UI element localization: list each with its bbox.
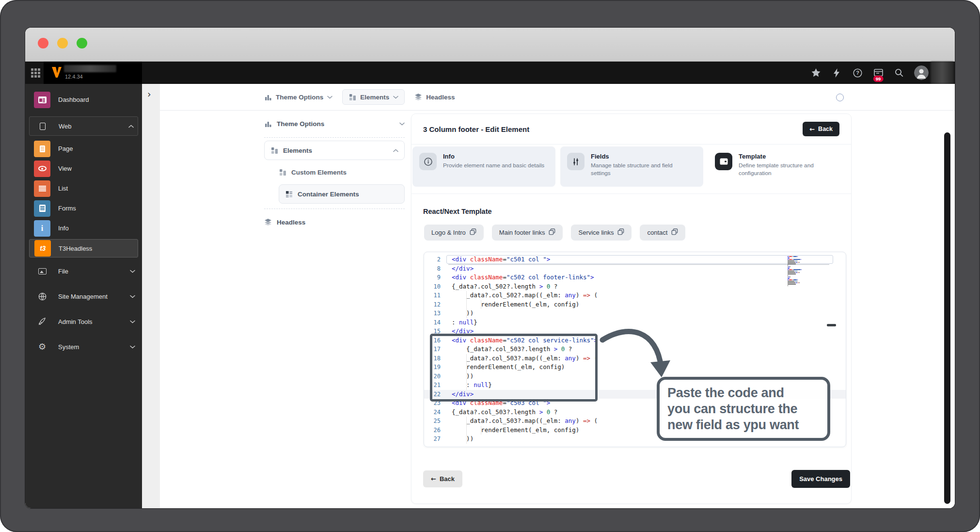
sidebar-item-file[interactable]: File xyxy=(25,258,142,284)
save-changes-button[interactable]: Save Changes xyxy=(791,470,850,488)
indent-guide xyxy=(466,309,467,318)
code-text: </div> xyxy=(448,264,474,274)
code-text: </div> xyxy=(448,390,474,399)
arrow-left-icon: ← xyxy=(431,476,436,482)
loading-spinner xyxy=(836,94,844,101)
sidebar-item-admin-tools[interactable]: Admin Tools xyxy=(25,309,142,334)
tree-label: Elements xyxy=(283,147,388,154)
tree-item-headless[interactable]: Headless xyxy=(264,212,405,232)
sidebar-item-label: Web xyxy=(59,123,128,130)
sidebar-item-system[interactable]: ⚙System xyxy=(25,334,142,359)
line-number: 21 xyxy=(424,381,448,390)
indent-guide xyxy=(466,381,467,390)
info-icon: i xyxy=(34,220,50,237)
user-avatar[interactable] xyxy=(914,65,929,80)
step-fields[interactable]: Fields Manage table structure and field … xyxy=(560,146,703,187)
editor-scrollbar-marker[interactable] xyxy=(827,324,836,326)
code-line-16: 16<div className="c502 col service-links… xyxy=(424,336,846,345)
sidebar-item-view[interactable]: View xyxy=(25,159,142,178)
step-info[interactable]: Info Provide element name and basic deta… xyxy=(412,146,555,187)
breadcrumb-elements[interactable]: Elements xyxy=(342,89,405,105)
field-chip-main-footer-links[interactable]: Main footer links xyxy=(492,225,563,241)
field-chip-service-links[interactable]: Service links xyxy=(571,225,632,241)
sidebar-item-info[interactable]: iInfo xyxy=(25,218,142,238)
line-number: 26 xyxy=(424,426,448,435)
system-information-icon[interactable]: 99 xyxy=(872,65,884,80)
sidebar-item-page[interactable]: Page xyxy=(25,139,142,159)
code-text: _data?.col_503?.map((_elm: any) => ( xyxy=(448,417,598,426)
expand-chevron-icon: › xyxy=(147,89,151,99)
rocket-icon xyxy=(34,313,50,330)
copy-icon xyxy=(617,228,624,237)
sidebar-item-t3headless[interactable]: t3T3Headless xyxy=(29,239,138,258)
app-window: 12.4.34 ? 99 xyxy=(25,28,955,508)
back-button-bottom[interactable]: ← Back xyxy=(423,470,462,487)
sidebar-item-dashboard[interactable]: Dashboard xyxy=(25,90,142,110)
code-line-8: 8</div> xyxy=(424,264,846,274)
chevron-down-icon xyxy=(399,122,405,126)
clear-cache-bolt-icon[interactable] xyxy=(831,65,842,80)
tree-label: Headless xyxy=(277,219,405,226)
bookmark-star-icon[interactable] xyxy=(810,65,822,80)
doc-header: Theme Options Elements H xyxy=(160,84,955,111)
window-titlebar xyxy=(25,28,955,62)
line-number: 23 xyxy=(424,399,448,408)
sidebar-item-label: View xyxy=(58,165,135,172)
code-line-17: 17 {_data?.col_503?.length > 0 ? xyxy=(424,345,846,354)
navigation-collapse-strip[interactable]: › xyxy=(142,84,160,508)
minimize-window-button[interactable] xyxy=(57,38,68,48)
tree-item-theme-options[interactable]: Theme Options xyxy=(264,113,405,134)
code-text: renderElement(_elm, config) xyxy=(448,426,579,435)
module-sidebar: DashboardWebPageViewListFormsiInfot3T3He… xyxy=(25,84,142,508)
code-text: )) xyxy=(448,372,474,381)
search-icon[interactable] xyxy=(893,65,905,80)
breadcrumb-headless[interactable]: Headless xyxy=(414,93,455,101)
sidebar-item-label: System xyxy=(58,343,130,351)
annotation-text: Paste the code andyou can structure then… xyxy=(667,385,799,433)
zoom-window-button[interactable] xyxy=(77,38,87,48)
breadcrumb-label: Headless xyxy=(426,94,455,101)
code-text: )) xyxy=(448,309,474,318)
line-number: 11 xyxy=(424,291,448,300)
sidebar-item-label: List xyxy=(58,185,135,192)
back-button-top[interactable]: ← Back xyxy=(803,122,839,136)
module-menu-icon[interactable] xyxy=(29,67,42,79)
brand-area: 12.4.34 xyxy=(44,62,142,84)
code-text: : null} xyxy=(448,381,492,390)
globe-icon xyxy=(34,288,50,305)
code-text: _data?.col_503?.map((_elm: any) => ( xyxy=(448,354,598,363)
step-template[interactable]: Template Define template structure and c… xyxy=(708,146,851,187)
field-chip-logo-intro[interactable]: Logo & Intro xyxy=(424,225,484,241)
chip-label: Logo & Intro xyxy=(431,229,466,236)
breadcrumb-theme-options[interactable]: Theme Options xyxy=(264,93,332,101)
columns-icon xyxy=(264,93,272,101)
tree-item-elements[interactable]: Elements xyxy=(264,141,405,160)
element-tree-panel: Theme Options Elements xyxy=(264,111,405,232)
help-icon[interactable]: ? xyxy=(852,65,863,80)
step-title: Template xyxy=(739,153,840,160)
dashed-divider xyxy=(264,137,405,138)
sidebar-item-list[interactable]: List xyxy=(25,178,142,198)
line-number: 22 xyxy=(424,390,448,399)
sidebar-item-site-management[interactable]: Site Management xyxy=(25,284,142,309)
code-line-18: 18 _data?.col_503?.map((_elm: any) => ( xyxy=(424,354,846,363)
tree-label: Theme Options xyxy=(277,120,395,128)
tree-item-custom-elements[interactable]: Custom Elements xyxy=(279,164,405,180)
code-text: {_data?.col_502?.length > 0 ? xyxy=(448,282,557,291)
typo3-logo-icon xyxy=(51,66,62,81)
sidebar-item-web[interactable]: Web xyxy=(29,116,138,136)
line-number: 17 xyxy=(424,345,448,354)
sidebar-item-forms[interactable]: Forms xyxy=(25,198,142,218)
window-scrollbar[interactable] xyxy=(944,132,950,504)
tree-item-container-elements[interactable]: Container Elements xyxy=(279,184,405,204)
breadcrumb-label: Theme Options xyxy=(276,94,323,101)
sliders-icon xyxy=(567,153,585,170)
sidebar-item-label: File xyxy=(58,268,130,275)
template-wallet-icon xyxy=(715,153,732,170)
field-chip-contact[interactable]: contact xyxy=(640,225,685,241)
code-text: )) xyxy=(448,435,474,444)
close-window-button[interactable] xyxy=(38,38,48,48)
breadcrumb-label: Elements xyxy=(360,94,389,101)
indent-guide xyxy=(466,354,467,363)
divider xyxy=(411,193,851,194)
